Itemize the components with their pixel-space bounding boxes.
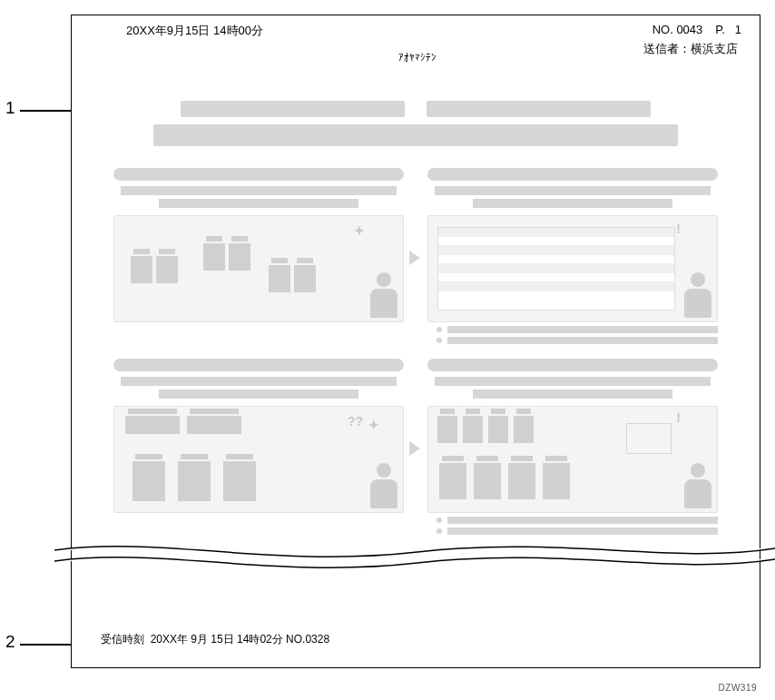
text-placeholder <box>447 337 718 344</box>
text-placeholder <box>473 389 672 399</box>
printer-icon <box>131 256 152 283</box>
panel-bottom-left: ?? ✦ <box>113 359 404 538</box>
text-placeholder <box>159 199 358 208</box>
rx-no-label: NO. <box>286 633 305 646</box>
equipment-row-icon <box>125 416 180 434</box>
bullet-list <box>427 517 718 535</box>
text-placeholder <box>447 517 718 524</box>
confused-mark-icon: ✦ <box>368 418 379 432</box>
text-placeholder <box>435 377 711 386</box>
rx-no: 0328 <box>305 633 329 646</box>
callout-number-2: 2 <box>5 632 15 652</box>
idea-mark-icon: ! <box>676 410 681 425</box>
text-placeholder <box>159 389 358 399</box>
idea-mark-icon: ! <box>676 222 681 236</box>
text-placeholder <box>435 186 711 195</box>
equipment-row-icon <box>187 416 241 434</box>
text-placeholder <box>447 326 718 333</box>
person-icon <box>368 272 399 320</box>
printer-icon <box>294 265 316 292</box>
mfp-icon <box>223 461 256 501</box>
header-number-label: NO. <box>652 23 673 36</box>
printer-icon <box>203 243 225 271</box>
confused-mark-icon: ✦ <box>354 223 365 238</box>
fax-page-frame: 20XX年9月15日 14時00分 NO. 0043 P. 1 送信者：横浜支店… <box>71 15 760 668</box>
rx-datetime: 20XX年 9月 15日 14時02分 <box>151 633 283 646</box>
text-placeholder <box>447 527 718 535</box>
panel-top-left: ✦ <box>113 168 404 348</box>
text-placeholder <box>121 377 397 386</box>
mfp-icon <box>439 463 466 499</box>
receive-time-line: 受信時刻 20XX年 9月 15日 14時02分 NO.0328 <box>101 632 329 647</box>
illustration-before-1: ✦ <box>113 215 404 322</box>
text-placeholder <box>121 186 397 195</box>
printer-icon <box>514 416 534 443</box>
header-datetime: 20XX年9月15日 14時00分 <box>126 23 263 39</box>
figure-id: DZW319 <box>719 683 757 693</box>
panel-bottom-right: ! <box>427 359 718 538</box>
header-page: 1 <box>735 23 741 36</box>
sender-label: 送信者： <box>643 42 691 55</box>
printer-icon <box>229 243 250 271</box>
text-placeholder <box>473 199 672 208</box>
subtitle-placeholder <box>153 124 678 146</box>
destination-annotation: ｱｵﾔﾏｼﾃﾝ <box>398 52 437 63</box>
title-placeholder-right <box>427 101 651 117</box>
mfp-icon <box>178 461 211 501</box>
title-block <box>144 101 687 146</box>
sender-name: 横浜支店 <box>691 42 738 55</box>
panel-heading-pill <box>113 168 404 181</box>
illustration-after-1: ! <box>427 215 718 322</box>
question-mark-icon: ?? <box>348 414 363 429</box>
mfp-icon <box>543 463 570 499</box>
panel-heading-pill <box>427 359 718 371</box>
header-row: 20XX年9月15日 14時00分 NO. 0043 P. 1 <box>72 15 760 39</box>
mfp-icon <box>132 461 165 501</box>
printer-icon <box>269 265 290 292</box>
person-icon <box>682 463 713 510</box>
rx-label: 受信時刻 <box>101 633 144 646</box>
header-number: 0043 <box>676 23 702 36</box>
panel-heading-pill <box>113 359 404 371</box>
table-mock <box>437 227 675 311</box>
bullet-dot-icon <box>437 327 442 332</box>
mfp-icon <box>508 463 535 499</box>
header-page-label: P. <box>715 23 725 36</box>
printer-icon <box>156 256 178 283</box>
arrow-right-icon <box>409 249 424 267</box>
printer-icon <box>463 416 483 443</box>
title-placeholder-left <box>181 101 405 117</box>
content-grid: ✦ ! <box>72 146 760 560</box>
bullet-dot-icon <box>437 518 442 523</box>
bullet-dot-icon <box>437 528 442 534</box>
bullet-dot-icon <box>437 338 442 343</box>
bullet-list <box>427 326 718 344</box>
arrow-right-icon <box>409 439 424 458</box>
illustration-after-2: ! <box>427 406 718 513</box>
panel-heading-pill <box>427 168 718 181</box>
printer-icon <box>488 416 508 443</box>
callout-number-1: 1 <box>5 98 15 118</box>
printer-icon <box>437 416 457 443</box>
person-icon <box>682 272 713 320</box>
mfp-icon <box>474 463 501 499</box>
illustration-before-2: ?? ✦ <box>113 406 404 513</box>
diagram-box-icon <box>626 423 672 454</box>
person-icon <box>368 463 399 510</box>
panel-top-right: ! <box>427 168 718 348</box>
